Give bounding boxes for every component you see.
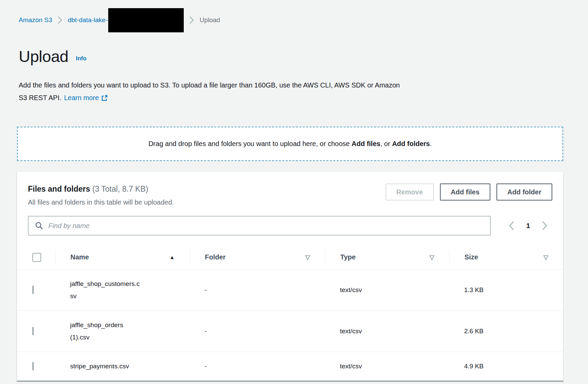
breadcrumb-current-upload: Upload	[199, 16, 220, 24]
file-type: text/csv	[325, 278, 449, 302]
dropzone-text: Drag and drop files and folders you want…	[148, 140, 432, 148]
page-number[interactable]: 1	[526, 222, 530, 230]
file-type: text/csv	[325, 354, 449, 378]
remove-button[interactable]: Remove	[386, 183, 434, 201]
file-type: text/csv	[325, 319, 449, 343]
intro-text: Add the files and folders you want to up…	[19, 79, 563, 104]
column-header-folder[interactable]: Folder ▽	[190, 250, 325, 265]
column-header-size[interactable]: Size ▽	[449, 250, 563, 265]
panel-count-summary: (3 Total, 8.7 KB)	[92, 185, 148, 193]
file-folder: -	[190, 319, 325, 343]
sortable-icon[interactable]: ▽	[305, 254, 310, 261]
file-folder: -	[190, 354, 325, 378]
select-all-checkbox[interactable]	[32, 253, 41, 262]
table-row: stripe_payments.csv - text/csv 4.9 KB	[17, 352, 563, 381]
breadcrumb-chevron-icon	[189, 16, 194, 25]
search-box[interactable]	[28, 216, 491, 236]
breadcrumb: Amazon S3 dbt-data-lake- Upload	[19, 7, 588, 33]
panel-description: All files and folders in this table will…	[28, 198, 174, 206]
add-folder-button[interactable]: Add folder	[496, 183, 552, 201]
file-name: jaffle_shop_orders (1).csv	[55, 311, 190, 352]
table-header-row: Name ▲ Folder ▽ Type ▽ Size ▽	[17, 245, 563, 270]
learn-more-link[interactable]: Learn more	[64, 92, 107, 104]
intro-line-1: Add the files and folders you want to up…	[19, 79, 563, 92]
file-size: 4.9 KB	[449, 354, 563, 378]
intro-line-2: S3 REST API.	[19, 92, 61, 104]
row-checkbox[interactable]	[32, 362, 34, 370]
pagination: 1	[509, 221, 552, 231]
search-input[interactable]	[48, 217, 490, 235]
sortable-icon[interactable]: ▽	[429, 254, 434, 261]
table-row: jaffle_shop_customers.c sv - text/csv 1.…	[17, 270, 563, 311]
file-name: stripe_payments.csv	[55, 352, 190, 381]
add-files-button[interactable]: Add files	[440, 183, 490, 201]
sortable-icon[interactable]: ▽	[543, 254, 548, 261]
row-checkbox[interactable]	[32, 327, 34, 335]
file-folder: -	[190, 278, 325, 302]
files-table: Name ▲ Folder ▽ Type ▽ Size ▽ jaffle_sho…	[17, 245, 563, 381]
next-page-icon[interactable]	[542, 221, 548, 231]
column-header-name[interactable]: Name ▲	[55, 250, 190, 265]
file-size: 1.3 KB	[449, 278, 563, 302]
column-header-type[interactable]: Type ▽	[325, 250, 449, 265]
files-and-folders-panel: Files and folders (3 Total, 8.7 KB) All …	[17, 172, 563, 381]
breadcrumb-link-amazon-s3[interactable]: Amazon S3	[19, 16, 52, 24]
search-icon	[35, 221, 44, 230]
sort-ascending-icon[interactable]: ▲	[169, 254, 175, 260]
external-link-icon	[101, 95, 108, 101]
breadcrumb-chevron-icon	[58, 16, 62, 25]
drag-drop-upload-zone[interactable]: Drag and drop files and folders you want…	[17, 127, 563, 161]
row-checkbox[interactable]	[32, 286, 34, 294]
table-row: jaffle_shop_orders (1).csv - text/csv 2.…	[17, 311, 563, 352]
panel-title: Files and folders (3 Total, 8.7 KB)	[28, 183, 174, 194]
previous-page-icon[interactable]	[509, 221, 514, 231]
breadcrumb-link-bucket[interactable]: dbt-data-lake-	[68, 16, 108, 24]
page-title: Upload	[19, 48, 68, 65]
learn-more-label: Learn more	[64, 92, 99, 104]
redacted-region	[108, 8, 184, 32]
file-name: jaffle_shop_customers.c sv	[55, 270, 190, 310]
file-size: 2.6 KB	[449, 319, 563, 343]
info-link[interactable]: Info	[76, 55, 86, 62]
